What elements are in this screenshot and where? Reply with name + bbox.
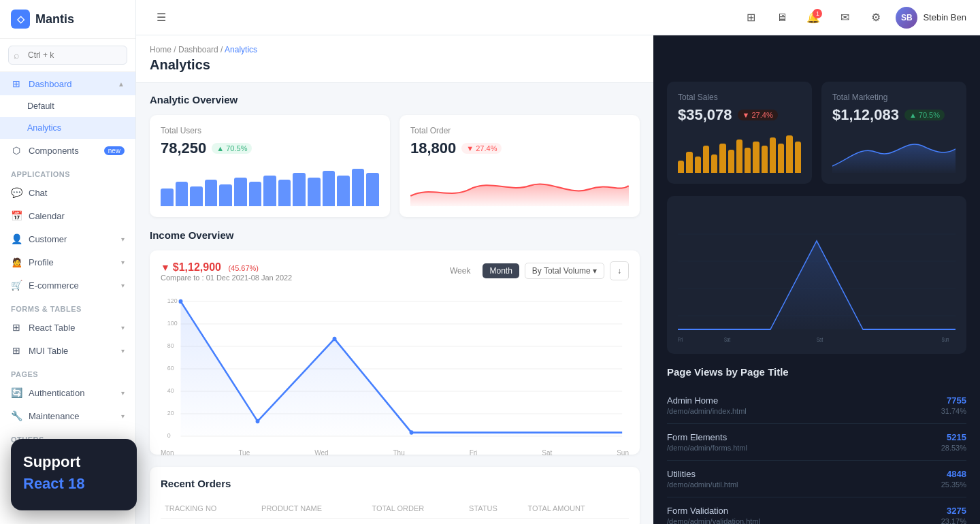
stat-cards-grid: Total Users 78,250 ▲ 70.5% Total Order 1… [150, 115, 640, 217]
sidebar-item-authentication[interactable]: 🔄 Authentication ▾ [0, 381, 135, 404]
sidebar-item-profile[interactable]: 🙍 Profile ▾ [0, 250, 135, 274]
bar [678, 161, 684, 173]
x-label-mon: Mon [161, 449, 174, 457]
bar [786, 135, 792, 173]
sidebar-item-ecommerce[interactable]: 🛒 E-commerce ▾ [0, 274, 135, 297]
sidebar-item-label: Default [27, 101, 125, 111]
x-label-sun: Sun [617, 449, 629, 457]
svg-text:80: 80 [167, 342, 174, 350]
dark-stat-card-marketing: Total Marketing $1,12,083 ▲ 70.5% [821, 82, 966, 184]
section-label-forms: Forms & Tables [0, 297, 135, 316]
sidebar-item-label: React Table [29, 323, 114, 333]
stat-label: Total Order [410, 126, 629, 135]
chat-icon: 💬 [11, 187, 22, 198]
bar [161, 189, 174, 206]
week-button[interactable]: Week [443, 263, 477, 278]
bar [770, 137, 776, 173]
notification-badge: 1 [813, 9, 822, 18]
pv-url: /demo/admin/index.html [667, 407, 747, 415]
section-label-pages: Pages [0, 362, 135, 381]
page-header: Home / Dashboard / Analytics Analytics [136, 35, 653, 83]
sidebar-item-react-table[interactable]: ⊞ React Table ▾ [0, 316, 135, 339]
logo-icon: ◇ [11, 10, 30, 29]
pv-name: Form Validation [667, 506, 760, 516]
dark-income-chart-card: Fri Sat Sat Sun [667, 196, 966, 354]
bar [234, 178, 247, 206]
page-view-item: Form Elements /demo/admin/forms.html 521… [667, 424, 966, 461]
dark-stat-value: $35,078 [678, 106, 732, 124]
sidebar-item-components[interactable]: ⬡ Components new [0, 139, 135, 162]
sidebar-item-chat[interactable]: 💬 Chat [0, 181, 135, 204]
sidebar-item-maintenance[interactable]: 🔧 Maintenance ▾ [0, 404, 135, 427]
mui-table-icon: ⊞ [11, 345, 22, 356]
chevron-down-icon: ▾ [121, 324, 125, 331]
mini-bar-chart [161, 165, 379, 206]
bar [719, 144, 725, 173]
x-label-sat: Sat [542, 449, 552, 457]
pv-name: Form Elements [667, 432, 747, 442]
sidebar-item-customer[interactable]: 👤 Customer ▾ [0, 227, 135, 250]
breadcrumb-home[interactable]: Home [150, 45, 172, 54]
breadcrumb: Home / Dashboard / Analytics [150, 45, 640, 54]
svg-text:120: 120 [167, 297, 178, 305]
income-compare: Compare to : 01 Dec 2021-08 Jan 2022 [161, 274, 292, 282]
x-label-tue: Tue [238, 449, 250, 457]
breadcrumb-dashboard[interactable]: Dashboard [178, 45, 218, 54]
support-popup[interactable]: Support React 18 [11, 439, 137, 510]
pv-pct: 28.53% [941, 444, 966, 452]
menu-toggle-button[interactable]: ☰ [150, 6, 173, 29]
sidebar-item-mui-table[interactable]: ⊞ MUI Table ▾ [0, 339, 135, 362]
stat-value-row: 18,800 ▼ 27.4% [410, 140, 629, 157]
col-status: STATUS [465, 499, 523, 519]
section-label-applications: Applications [0, 162, 135, 181]
svg-text:20: 20 [167, 410, 174, 417]
dark-stat-value-row: $35,078 ▼ 27.4% [678, 106, 801, 124]
dark-stat-value-row: $1,12,083 ▲ 70.5% [832, 106, 956, 124]
bar [308, 178, 321, 206]
bar [762, 146, 768, 173]
svg-text:60: 60 [167, 365, 174, 372]
customer-icon: 👤 [11, 233, 22, 244]
dark-stat-label: Total Marketing [832, 93, 956, 102]
month-button[interactable]: Month [483, 263, 519, 278]
sidebar-item-calendar[interactable]: 📅 Calendar [0, 204, 135, 227]
by-total-volume-select[interactable]: By Total Volume ▾ [525, 263, 604, 279]
x-label-fri: Fri [470, 449, 478, 457]
bar [205, 180, 218, 206]
bar [293, 173, 306, 206]
dark-stat-label: Total Sales [678, 93, 801, 102]
sidebar-item-analytics[interactable]: Analytics [0, 117, 135, 139]
settings-button[interactable]: ⚙ [864, 6, 887, 29]
pv-count: 4848 [941, 469, 966, 479]
hamburger-icon: ☰ [157, 11, 166, 24]
income-line-chart: 120 100 80 60 40 20 0 [161, 294, 629, 444]
download-button[interactable]: ↓ [610, 261, 629, 280]
income-value-area: ▼ $1,12,900 (45.67%) Compare to : 01 Dec… [161, 261, 292, 291]
ecommerce-icon: 🛒 [11, 280, 22, 291]
page-view-item: Admin Home /demo/admin/index.html 7755 3… [667, 387, 966, 424]
stat-card-total-order: Total Order 18,800 ▼ 27.4% [399, 115, 640, 217]
screen-button[interactable]: 🖥 [770, 6, 794, 29]
chevron-down-icon: ▾ [121, 389, 125, 397]
sidebar-item-label: Profile [29, 257, 114, 267]
user-avatar-button[interactable]: SB Stebin Ben [896, 7, 966, 29]
messages-button[interactable]: ✉ [833, 6, 856, 29]
sidebar-item-dashboard[interactable]: ⊞ Dashboard ▲ [0, 72, 135, 95]
chevron-up-icon: ▲ [118, 80, 125, 88]
svg-point-15 [256, 419, 260, 424]
app-logo[interactable]: ◇ Mantis [0, 0, 135, 39]
sidebar-item-label: Analytics [27, 123, 125, 133]
apps-button[interactable]: ⊞ [739, 6, 762, 29]
income-card: ▼ $1,12,900 (45.67%) Compare to : 01 Dec… [150, 250, 640, 455]
notifications-button[interactable]: 🔔 1 [802, 6, 825, 29]
pv-count: 5215 [941, 432, 966, 442]
recent-orders-card: Recent Orders TRACKING NO PRODUCT NAME T… [150, 467, 640, 524]
pv-url: /demo/admin/validation.html [667, 517, 760, 524]
sidebar-item-label: Components [29, 146, 97, 156]
svg-point-17 [410, 430, 414, 435]
sidebar-item-default[interactable]: Default [0, 95, 135, 117]
dark-badge-up: ▲ 70.5% [904, 110, 945, 120]
search-input[interactable] [8, 46, 127, 65]
bar [366, 173, 379, 206]
new-badge: new [104, 146, 125, 155]
